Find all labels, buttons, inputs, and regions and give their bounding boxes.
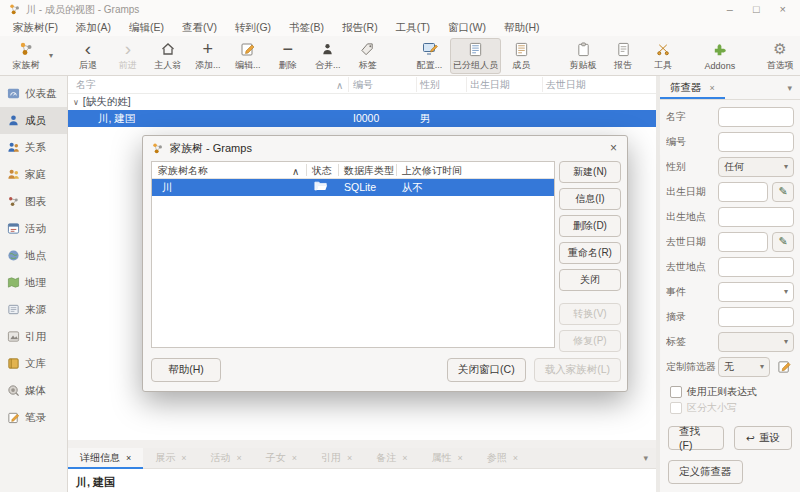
close-tab-icon[interactable]: × bbox=[513, 453, 518, 463]
forward-button[interactable]: › 前进 bbox=[108, 38, 148, 74]
filter-death-date-input[interactable] bbox=[718, 232, 768, 252]
close-tab-icon[interactable]: × bbox=[402, 453, 407, 463]
custom-filter-select[interactable]: 无 ▾ bbox=[718, 357, 770, 377]
convert-button[interactable]: 转换(V) bbox=[559, 303, 621, 325]
col-death-date[interactable]: 去世日期 bbox=[546, 78, 586, 92]
family-tree-row-selected[interactable]: 川 SQLite 从不 bbox=[152, 179, 554, 196]
filter-event-combo[interactable]: ▾ bbox=[718, 282, 794, 302]
filter-birth-date-input[interactable] bbox=[718, 182, 768, 202]
sidebar-item-media[interactable]: 媒体 bbox=[0, 377, 67, 404]
tab-details[interactable]: 详细信息 × bbox=[68, 448, 143, 468]
menu-go[interactable]: 转到(G) bbox=[226, 21, 280, 35]
person-row-selected[interactable]: 川, 建国 I0000 男 bbox=[68, 110, 656, 127]
tools-button[interactable]: 工具 bbox=[643, 38, 683, 74]
back-button[interactable]: ‹ 后退 bbox=[68, 38, 108, 74]
sidebar-item-charts[interactable]: 图表 bbox=[0, 188, 67, 215]
sidebar-item-repositories[interactable]: 文库 bbox=[0, 350, 67, 377]
clipboard-button[interactable]: 剪贴板 bbox=[563, 38, 603, 74]
define-filter-button[interactable]: 定义筛查器 bbox=[668, 460, 743, 484]
filter-gender-select[interactable]: 任何 ▾ bbox=[718, 157, 794, 177]
filter-id-input[interactable] bbox=[718, 132, 794, 152]
menu-edit[interactable]: 编辑(E) bbox=[120, 21, 173, 35]
menu-windows[interactable]: 窗口(W) bbox=[439, 21, 495, 35]
tab-filter[interactable]: 筛查器 × bbox=[660, 76, 725, 99]
grouped-people-view-button[interactable]: 已分组人员 bbox=[450, 38, 502, 74]
preferences-button[interactable]: ⚙ 首选项 bbox=[760, 38, 800, 74]
chevron-down-icon[interactable]: ▾ bbox=[787, 83, 800, 93]
death-date-editor-button[interactable]: ✎ bbox=[772, 232, 794, 252]
close-tab-icon[interactable]: × bbox=[710, 83, 715, 93]
close-tab-icon[interactable]: × bbox=[292, 453, 297, 463]
menu-reports[interactable]: 报告(R) bbox=[333, 21, 387, 35]
repair-button[interactable]: 修复(P) bbox=[559, 330, 621, 352]
new-button[interactable]: 新建(N) bbox=[559, 161, 621, 183]
tab-gallery[interactable]: 展示 × bbox=[143, 448, 198, 468]
tab-citations[interactable]: 引用 × bbox=[309, 448, 364, 468]
col-gender[interactable]: 性别 bbox=[420, 78, 440, 92]
filter-tag-select[interactable]: ▾ bbox=[718, 332, 794, 352]
home-person-button[interactable]: 主人翁 bbox=[148, 38, 188, 74]
sidebar-item-notes[interactable]: 笔录 bbox=[0, 404, 67, 431]
sidebar-item-citations[interactable]: 引用 bbox=[0, 323, 67, 350]
tab-notes[interactable]: 备注 × bbox=[364, 448, 419, 468]
close-tree-button[interactable]: 关闭 bbox=[559, 269, 621, 291]
col-birth-date[interactable]: 出生日期 bbox=[470, 78, 510, 92]
people-view-button[interactable]: 成员 bbox=[501, 38, 541, 74]
tab-attributes[interactable]: 属性 × bbox=[420, 448, 475, 468]
delete-button[interactable]: 删除(D) bbox=[559, 215, 621, 237]
close-window-button[interactable]: 关闭窗口(C) bbox=[447, 358, 526, 382]
surname-group-row[interactable]: ∨ [缺失的姓] bbox=[68, 94, 656, 110]
sidebar-item-people[interactable]: 成员 bbox=[0, 107, 67, 134]
reports-button[interactable]: 报告 bbox=[603, 38, 643, 74]
close-tab-icon[interactable]: × bbox=[458, 453, 463, 463]
col-name[interactable]: 名字 bbox=[76, 78, 96, 92]
menu-tools[interactable]: 工具(T) bbox=[387, 21, 439, 35]
horizontal-splitter[interactable] bbox=[68, 440, 656, 448]
close-tab-icon[interactable]: × bbox=[181, 453, 186, 463]
minimize-icon[interactable]: – bbox=[727, 0, 733, 19]
tab-events[interactable]: 活动 × bbox=[199, 448, 254, 468]
sidebar-item-places[interactable]: 地点 bbox=[0, 242, 67, 269]
tab-references[interactable]: 参照 × bbox=[475, 448, 530, 468]
addons-button[interactable]: Addons bbox=[700, 38, 740, 74]
checkbox-icon[interactable] bbox=[670, 386, 682, 398]
filter-death-place-input[interactable] bbox=[718, 257, 794, 277]
regex-checkbox-row[interactable]: 使用正则表达式 bbox=[660, 384, 800, 400]
filter-name-input[interactable] bbox=[718, 107, 794, 127]
remove-button[interactable]: − 删除 bbox=[268, 38, 308, 74]
find-button[interactable]: 查找(F) bbox=[668, 426, 724, 450]
sidebar-item-families[interactable]: 家庭 bbox=[0, 161, 67, 188]
family-trees-button[interactable]: 家族树 bbox=[6, 38, 46, 74]
sidebar-item-geography[interactable]: 地理 bbox=[0, 269, 67, 296]
tag-button[interactable]: 标签 bbox=[348, 38, 388, 74]
sidebar-item-dashboard[interactable]: 仪表盘 bbox=[0, 80, 67, 107]
filter-note-input[interactable] bbox=[718, 307, 794, 327]
case-sensitive-checkbox-row[interactable]: 区分大小写 bbox=[660, 400, 800, 416]
menu-view[interactable]: 查看(V) bbox=[173, 21, 226, 35]
maximize-icon[interactable]: □ bbox=[753, 0, 760, 19]
add-button[interactable]: + 添加... bbox=[188, 38, 228, 74]
sidebar-item-events[interactable]: 活动 bbox=[0, 215, 67, 242]
custom-filter-editor-button[interactable] bbox=[774, 357, 794, 377]
info-button[interactable]: 信息(I) bbox=[559, 188, 621, 210]
rename-button[interactable]: 重命名(R) bbox=[559, 242, 621, 264]
filter-birth-place-input[interactable] bbox=[718, 207, 794, 227]
col-tree-name[interactable]: 家族树名称 bbox=[158, 164, 208, 178]
col-id[interactable]: 编号 bbox=[353, 78, 373, 92]
close-icon[interactable]: × bbox=[780, 0, 786, 19]
tab-children[interactable]: 子女 × bbox=[254, 448, 309, 468]
family-trees-dropdown[interactable]: ▾ bbox=[46, 43, 56, 69]
menu-bookmarks[interactable]: 书签(B) bbox=[280, 21, 333, 35]
merge-button[interactable]: 合并... bbox=[308, 38, 348, 74]
birth-date-editor-button[interactable]: ✎ bbox=[772, 182, 794, 202]
menu-family-trees[interactable]: 家族树(F) bbox=[4, 21, 67, 35]
close-tab-icon[interactable]: × bbox=[237, 453, 242, 463]
col-db-type[interactable]: 数据库类型 bbox=[344, 164, 394, 178]
close-tab-icon[interactable]: × bbox=[347, 453, 352, 463]
reset-button[interactable]: ↩ 重设 bbox=[734, 426, 792, 450]
sidebar-item-sources[interactable]: 来源 bbox=[0, 296, 67, 323]
load-family-tree-button[interactable]: 载入家族树(L) bbox=[534, 358, 621, 382]
sidebar-item-relationships[interactable]: 关系 bbox=[0, 134, 67, 161]
col-last-modified[interactable]: 上次修订时间 bbox=[402, 164, 462, 178]
help-button[interactable]: 帮助(H) bbox=[151, 358, 221, 382]
